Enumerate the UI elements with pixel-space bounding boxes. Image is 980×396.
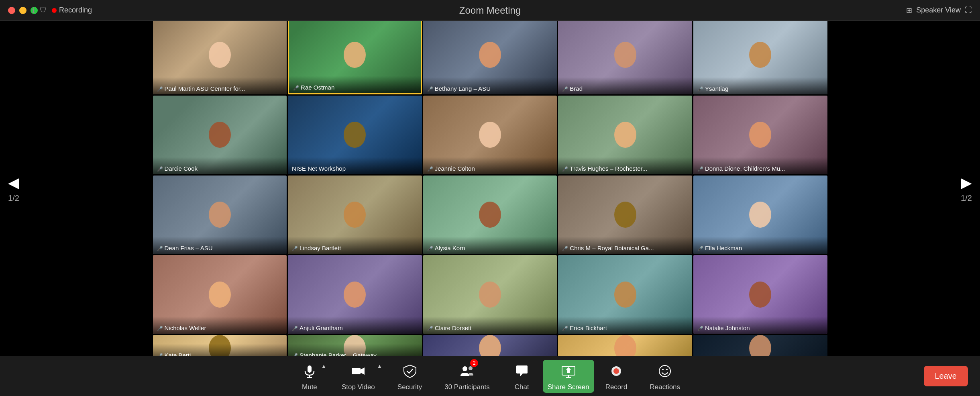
- video-cell-11[interactable]: 🎤Dean Frias – ASU: [153, 176, 287, 254]
- participant-name-10: Donna Dione, Children's Mu...: [705, 165, 785, 172]
- recording-badge: Recording: [52, 6, 92, 14]
- next-page-button[interactable]: ▶ 1/2: [961, 174, 972, 203]
- participant-label-9: 🎤Travis Hughes – Rochester...: [558, 157, 692, 174]
- mute-icon: [300, 361, 319, 381]
- participant-name-11: Dean Frias – ASU: [165, 245, 213, 251]
- mute-arrow-icon[interactable]: ▲: [321, 363, 326, 369]
- mic-icon-12: 🎤: [292, 246, 298, 251]
- video-cell-13[interactable]: 🎤Alysia Korn: [423, 176, 557, 254]
- video-cell-10[interactable]: 🎤Donna Dione, Children's Mu...: [693, 96, 827, 174]
- mic-icon-20: 🎤: [697, 326, 703, 331]
- participant-name-1: Paul Martin ASU Cennter for...: [165, 85, 245, 92]
- share-screen-icon: [559, 361, 578, 381]
- info-icon[interactable]: ℹ: [32, 6, 35, 15]
- reactions-button[interactable]: Reactions: [638, 361, 691, 391]
- video-area: ◀ 1/2 🎤Paul Martin ASU Cennter for...🎤Ra…: [0, 21, 980, 356]
- video-cell-5[interactable]: 🎤Ysantiag: [693, 16, 827, 94]
- participant-label-7: NISE Net Workshop: [288, 157, 422, 174]
- participant-label-16: 🎤Nicholas Weller: [153, 316, 287, 334]
- video-cell-12[interactable]: 🎤Lindsay Bartlett: [288, 176, 422, 254]
- mic-icon-8: 🎤: [427, 166, 433, 172]
- participants-icon: 2: [457, 361, 477, 381]
- video-cell-18[interactable]: 🎤Claire Dorsett: [423, 255, 557, 334]
- participants-badge: 2: [470, 359, 478, 367]
- svg-rect-0: [308, 365, 312, 373]
- video-cell-20[interactable]: 🎤Natalie Johnston: [693, 255, 827, 334]
- share-screen-label: Share Screen: [548, 383, 589, 391]
- mic-icon-19: 🎤: [562, 326, 568, 331]
- close-button[interactable]: [8, 7, 15, 14]
- participant-label-17: 🎤Anjuli Grantham: [288, 316, 422, 334]
- share-screen-button[interactable]: Share Screen: [543, 360, 594, 393]
- svg-marker-10: [566, 367, 571, 373]
- svg-point-12: [613, 368, 619, 374]
- video-arrow-icon[interactable]: ▲: [377, 363, 382, 369]
- expand-icon[interactable]: ⛶: [965, 6, 972, 14]
- participant-name-16: Nicholas Weller: [165, 325, 206, 331]
- mic-icon-9: 🎤: [562, 166, 568, 172]
- video-cell-8[interactable]: 🎤Jeannie Colton: [423, 96, 557, 174]
- video-cell-7[interactable]: NISE Net Workshop: [288, 96, 422, 174]
- video-cell-15[interactable]: 🎤Ella Heckman: [693, 176, 827, 254]
- title-bar-right: ⊞ Speaker View ⛶: [906, 6, 972, 15]
- mic-icon-15: 🎤: [697, 246, 703, 251]
- video-grid: 🎤Paul Martin ASU Cennter for...🎤Rae Ostm…: [153, 16, 827, 361]
- minimize-button[interactable]: [19, 7, 26, 14]
- mute-button[interactable]: ▲ Mute: [289, 361, 330, 391]
- participant-name-3: Bethany Lang – ASU: [435, 85, 491, 92]
- participant-name-12: Lindsay Bartlett: [300, 245, 341, 251]
- mic-icon-13: 🎤: [427, 246, 433, 251]
- mic-icon-6: 🎤: [157, 166, 163, 172]
- participant-label-8: 🎤Jeannie Colton: [423, 157, 557, 174]
- chat-label: Chat: [515, 383, 529, 391]
- video-cell-19[interactable]: 🎤Erica Bickhart: [558, 255, 692, 334]
- video-cell-6[interactable]: 🎤Darcie Cook: [153, 96, 287, 174]
- video-cell-4[interactable]: 🎤Brad: [558, 16, 692, 94]
- participant-label-15: 🎤Ella Heckman: [693, 237, 827, 254]
- mic-icon-17: 🎤: [292, 326, 298, 331]
- reactions-label: Reactions: [650, 383, 680, 391]
- reactions-icon: [655, 361, 674, 381]
- participant-name-15: Ella Heckman: [705, 245, 742, 251]
- page-right-label: 1/2: [961, 194, 972, 203]
- mic-icon-11: 🎤: [157, 246, 163, 251]
- video-cell-17[interactable]: 🎤Anjuli Grantham: [288, 255, 422, 334]
- video-cell-2[interactable]: 🎤Rae Ostman: [288, 16, 422, 94]
- security-button[interactable]: Security: [386, 361, 433, 391]
- speaker-view-label[interactable]: Speaker View: [916, 6, 961, 14]
- video-cell-14[interactable]: 🎤Chris M – Royal Botanical Ga...: [558, 176, 692, 254]
- mic-icon-10: 🎤: [697, 166, 703, 172]
- leave-button[interactable]: Leave: [924, 366, 968, 386]
- video-cell-3[interactable]: 🎤Bethany Lang – ASU: [423, 16, 557, 94]
- participant-label-5: 🎤Ysantiag: [693, 77, 827, 94]
- shield-icon[interactable]: 🛡: [40, 6, 47, 14]
- participant-label-10: 🎤Donna Dione, Children's Mu...: [693, 157, 827, 174]
- prev-page-button[interactable]: ◀ 1/2: [8, 174, 19, 203]
- participant-label-20: 🎤Natalie Johnston: [693, 316, 827, 334]
- video-cell-9[interactable]: 🎤Travis Hughes – Rochester...: [558, 96, 692, 174]
- video-cell-16[interactable]: 🎤Nicholas Weller: [153, 255, 287, 334]
- page-left-label: 1/2: [8, 194, 19, 203]
- right-arrow-icon: ▶: [961, 174, 972, 191]
- window-title: Zoom Meeting: [459, 5, 521, 16]
- record-button[interactable]: Record: [594, 361, 639, 391]
- participant-name-9: Travis Hughes – Rochester...: [570, 165, 647, 172]
- mute-label: Mute: [302, 383, 317, 391]
- svg-marker-4: [361, 367, 365, 375]
- chat-button[interactable]: Chat: [501, 361, 543, 391]
- participant-label-19: 🎤Erica Bickhart: [558, 316, 692, 334]
- stop-video-button[interactable]: ▲ Stop Video: [330, 361, 386, 391]
- recording-dot: [52, 8, 57, 13]
- record-icon: [607, 361, 626, 381]
- participant-label-11: 🎤Dean Frias – ASU: [153, 237, 287, 254]
- participants-button[interactable]: 2 30 Participants: [433, 361, 501, 391]
- recording-label: Recording: [59, 6, 92, 14]
- participants-count-label: 30 Participants: [444, 383, 489, 391]
- participant-name-7: NISE Net Workshop: [292, 165, 346, 172]
- stop-video-label: Stop Video: [342, 383, 375, 391]
- svg-point-5: [462, 366, 467, 371]
- svg-rect-3: [352, 368, 361, 374]
- security-label: Security: [397, 383, 422, 391]
- video-cell-1[interactable]: 🎤Paul Martin ASU Cennter for...: [153, 16, 287, 94]
- participant-label-13: 🎤Alysia Korn: [423, 237, 557, 254]
